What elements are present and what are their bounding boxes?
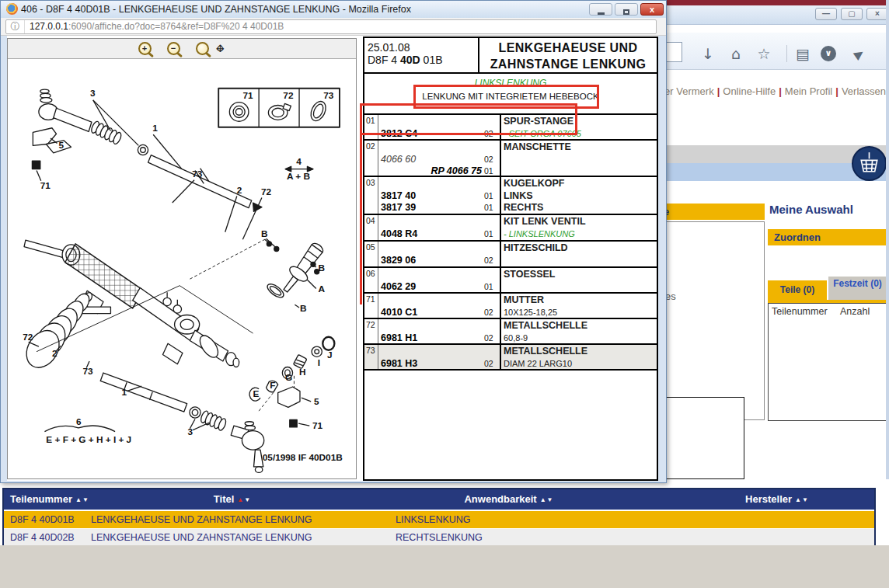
sort-arrows-icon[interactable]: ▲▼	[72, 496, 89, 503]
nav-link[interactable]: er Vermerk	[664, 85, 714, 97]
results-row[interactable]: D8F 4 40D01BLENKGEHAEUSE UND ZAHNSTANGE …	[4, 511, 874, 528]
sort-arrows-icon[interactable]: ▲▼	[234, 496, 251, 503]
results-table-header: Teilenummer▲▼Titel▲▼Anwendbarkeit▲▼Herst…	[4, 489, 874, 510]
diagram-label: 3	[188, 426, 193, 437]
parts-row[interactable]: 064062 2901STOESSEL	[364, 268, 657, 294]
pocket-icon[interactable]: ∨	[821, 46, 836, 61]
part-description: MANSCHETTE	[504, 141, 571, 154]
part-description: 10X125-18,25	[504, 307, 557, 319]
part-ref-number: 05	[364, 242, 378, 266]
part-description: KUGELKOPF	[504, 178, 564, 190]
diagram-label: 3	[90, 88, 96, 99]
sort-desc-icon[interactable]: ▼	[82, 496, 89, 503]
part-description-column: HITZESCHILD	[500, 242, 657, 266]
results-column-header[interactable]: Titel▲▼	[214, 489, 251, 510]
column-header-label: Titel	[214, 493, 235, 505]
tab-festzeit[interactable]: Festzeit (0)	[828, 277, 887, 300]
part-number	[378, 294, 484, 307]
part-number: 4010 C1	[378, 307, 484, 319]
bg-minimize-button[interactable]: —	[815, 8, 837, 20]
diagram-label: I	[318, 357, 320, 368]
sort-desc-icon[interactable]: ▼	[244, 496, 251, 503]
part-qty: 01	[484, 281, 500, 294]
doc-title: LENKGEHAEUSE UND ZAHNSTANGE LENKUNG	[479, 38, 657, 72]
tab-teile[interactable]: Teile (0)	[768, 280, 827, 300]
parts-row[interactable]: 726981 H102METALLSCHELLE60,8-9	[364, 319, 657, 345]
info-icon[interactable]: ⓘ	[6, 20, 25, 33]
bg-close-button[interactable]: ×	[866, 8, 888, 20]
parts-row[interactable]: 714010 C102MUTTER10X125-18,25	[364, 294, 657, 319]
column-header-label: Anwendbarkeit	[464, 493, 536, 505]
results-column-header[interactable]: Hersteller▲▼	[745, 489, 809, 510]
part-description-column: KUGELKOPFLINKSRECHTS	[500, 177, 657, 214]
zoom-out-button[interactable]: −	[167, 42, 180, 55]
part-number: 4048 R4	[378, 228, 484, 241]
part-qty	[484, 294, 500, 307]
parts-row[interactable]: 024066 6002RP 4066 7501MANSCHETTE	[364, 141, 657, 177]
diagram-label: 4	[296, 156, 302, 167]
part-number: 3817 40	[378, 190, 484, 203]
sort-arrows-icon[interactable]: ▲▼	[792, 496, 809, 503]
part-ref-number: 71	[364, 294, 378, 318]
results-column-header[interactable]: Teilenummer▲▼	[10, 489, 89, 510]
zoom-pan-button[interactable]	[196, 42, 209, 55]
part-number	[378, 242, 484, 255]
part-number-column: 6981 H102	[378, 319, 500, 343]
maximize-button[interactable]	[615, 3, 638, 16]
results-row[interactable]: D8F 4 40D02BLENKGEHAEUSE UND ZAHNSTANGE …	[4, 529, 874, 546]
nav-link[interactable]: Verlassen	[842, 85, 886, 97]
nav-link[interactable]: Mein Profil	[785, 85, 832, 97]
firefox-icon	[6, 3, 18, 15]
sort-arrows-icon[interactable]: ▲▼	[537, 496, 554, 503]
part-number: 6981 H3	[378, 358, 484, 371]
list-header-anzahl: Anzahl	[840, 306, 870, 317]
home-icon[interactable]: ⌂	[726, 43, 746, 64]
parts-row[interactable]: 044048 R401KIT LENK VENTIL- LINKSLENKUNG	[364, 215, 657, 242]
basket-icon[interactable]	[852, 146, 887, 181]
bg-partial-box	[654, 397, 744, 479]
diagram-label: 5	[314, 396, 319, 407]
sort-desc-icon[interactable]: ▼	[547, 496, 554, 503]
window-titlebar[interactable]: 406 - D8F 4 40D01B - LENKGEHAEUSE UND ZA…	[1, 1, 666, 18]
part-description: METALLSCHELLE	[504, 320, 587, 332]
part-number-column: 4048 R401	[378, 215, 500, 240]
sort-asc-icon[interactable]: ▲	[795, 496, 802, 503]
nav-link[interactable]: Online-Hilfe	[723, 85, 776, 97]
zoom-in-button[interactable]: +	[138, 42, 152, 55]
close-button[interactable]: x	[640, 3, 664, 16]
parts-row[interactable]: 053829 0602HITZESCHILD	[364, 242, 657, 268]
results-column-header[interactable]: Anwendbarkeit▲▼	[464, 489, 553, 510]
bg-maximize-button[interactable]: ▢	[841, 8, 863, 20]
bookmark-star-icon[interactable]: ☆	[754, 43, 774, 64]
parts-row[interactable]: 033817 40013817 3901KUGELKOPFLINKSRECHTS	[364, 177, 657, 215]
url-host: 127.0.0.1	[30, 21, 68, 32]
parts-table-header: 25.01.08 D8F 4 40D 01B LENKGEHAEUSE UND …	[364, 38, 657, 74]
column-header-label: Hersteller	[745, 493, 792, 505]
part-ref-number: 03	[364, 177, 378, 214]
diagram-label: 71	[312, 420, 323, 431]
results-cell: D8F 4 40D01B	[10, 511, 75, 528]
desktop: — ▢ × ↓⌂☆▤∨▶≡ er Vermerk|Online-Hilfe|Me…	[0, 0, 889, 588]
diagram-label: 71	[40, 180, 51, 191]
minimize-button[interactable]	[589, 3, 612, 16]
download-icon[interactable]: ↓	[698, 43, 718, 64]
diagram-label: A	[319, 284, 326, 294]
assign-button[interactable]: Zuordnen	[768, 229, 887, 245]
part-qty	[484, 269, 500, 281]
sort-asc-icon[interactable]: ▲	[75, 496, 82, 503]
results-table: Teilenummer▲▼Titel▲▼Anwendbarkeit▲▼Herst…	[2, 488, 876, 545]
parts-row[interactable]: 736981 H302METALLSCHELLEDIAM 22 LARG10	[364, 345, 657, 371]
part-qty	[484, 346, 500, 358]
sort-asc-icon[interactable]: ▲	[540, 496, 547, 503]
part-qty: 01	[484, 165, 500, 178]
diagram-label: 1	[122, 387, 127, 398]
diagram-label: 2	[52, 348, 58, 359]
annotation-box-row-01	[360, 103, 577, 135]
doc-date-ref: 25.01.08 D8F 4 40D 01B	[364, 38, 479, 72]
url-input[interactable]: ⓘ127.0.0.1:6090/affiche.do?doc=8764&ref=…	[5, 19, 657, 34]
background-window-top-border	[657, 0, 889, 5]
clipboard-icon[interactable]: ▤	[793, 43, 813, 64]
sort-desc-icon[interactable]: ▼	[802, 496, 809, 503]
window-title: 406 - D8F 4 40D01B - LENKGEHAEUSE UND ZA…	[21, 4, 411, 15]
part-number: 4066 60	[378, 154, 484, 166]
